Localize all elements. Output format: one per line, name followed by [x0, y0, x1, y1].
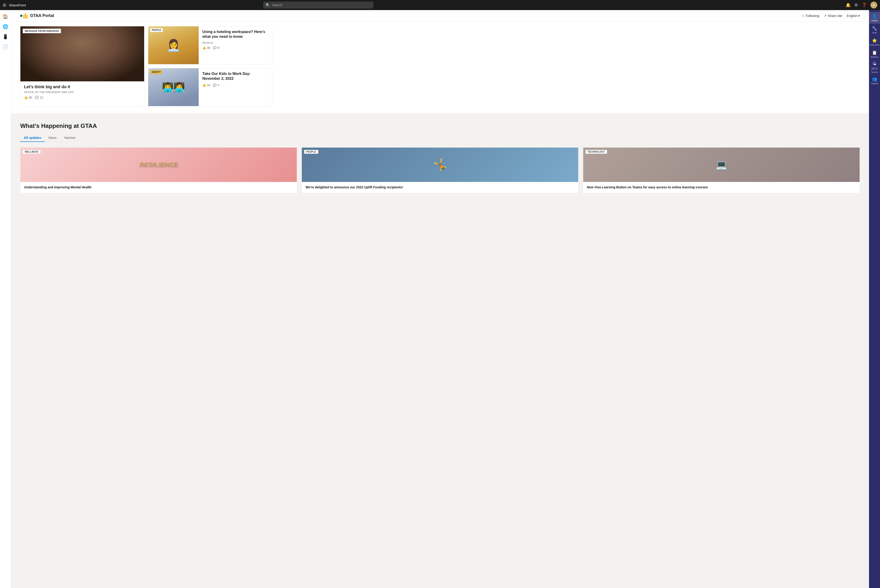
- comments-1: 4: [217, 83, 219, 87]
- hero-main-comments: 💬 12: [35, 96, 43, 99]
- quicklinks-icon: ⭐: [872, 38, 877, 43]
- site-header-actions: ☆ Following ↗ Share site English ▾: [802, 14, 860, 18]
- hero-main-badge: MESSAGE FROM DEBORAH: [23, 28, 61, 33]
- hero-side-card-0[interactable]: 👩‍💼 PEOPLE Using a hoteling workspace? H…: [148, 26, 272, 64]
- hero-side-stats-0: 👍 36 💬 9: [202, 46, 268, 50]
- logo-stripe-2: [25, 13, 26, 18]
- sidebar-item-apps[interactable]: 📱: [1, 32, 10, 41]
- settings-icon[interactable]: ⚙: [855, 3, 858, 8]
- hero-side-card-1[interactable]: 👨‍💻👩‍💻 SAFETY Take Our Kids to Work Day:…: [148, 68, 272, 106]
- sidebar-item-pages[interactable]: 📄: [1, 42, 10, 51]
- sidebar-item-quicklinks[interactable]: ⭐ Quick links: [869, 36, 880, 48]
- thumbs-up-icon-0: 👍: [202, 46, 206, 50]
- search-input[interactable]: [272, 3, 371, 7]
- laptop-image: 💻: [716, 159, 727, 170]
- resilience-text: RESILIENCE: [139, 161, 178, 168]
- topbar-icons: 🔔 ⚙ ❓ D: [846, 2, 877, 9]
- star-icon: ☆: [802, 14, 805, 18]
- tab-yammer[interactable]: Yammer: [60, 134, 79, 142]
- site-header: GTAA Portal ☆ Following ↗ Share site Eng…: [11, 10, 869, 21]
- comment-icon-1: 💬: [213, 83, 217, 87]
- hero-side-title-1: Take Our Kids to Work Day: November 2, 2…: [202, 72, 268, 81]
- sidebar-item-tools[interactable]: 🔧 Tools: [869, 24, 880, 36]
- news-card-body-2: New Viva Learning Button on Teams for ea…: [583, 182, 860, 193]
- hero-side-comments-1: 💬 4: [213, 83, 219, 87]
- thumbs-up-icon-1: 👍: [202, 83, 206, 87]
- site-logo-area: GTAA Portal: [20, 13, 54, 18]
- people-label: People: [871, 20, 878, 22]
- bulletins-label: Bulletins: [871, 56, 879, 58]
- weather-temp: 29°C: [871, 67, 878, 70]
- news-card-title-0: Understanding and Improving Mental Healt…: [24, 185, 293, 190]
- logo-stripe-3: [27, 15, 28, 18]
- bulletins-icon: 📋: [872, 50, 877, 55]
- news-card-img-1: 🤸 PEOPLE: [302, 148, 578, 182]
- help-icon[interactable]: ❓: [862, 3, 867, 8]
- sidebar-item-support[interactable]: 👥 Support: [869, 75, 880, 86]
- news-card-body-0: Understanding and Improving Mental Healt…: [20, 182, 297, 193]
- app-name: SharePoint: [9, 3, 26, 7]
- side-card-0-tag: PEOPLE: [150, 28, 163, 32]
- news-card-title-2: New Viva Learning Button on Teams for ea…: [587, 185, 856, 190]
- grid-icon[interactable]: ⊞: [3, 3, 6, 8]
- quicklinks-label: Quick links: [870, 44, 880, 46]
- tab-all-updates[interactable]: All updates: [20, 134, 45, 142]
- likes-count: 28: [28, 96, 32, 99]
- hero-side-likes-0: 👍 36: [202, 46, 210, 50]
- support-icon: 👥: [872, 76, 877, 82]
- tabs-row: All updates News Yammer: [20, 134, 860, 142]
- hero-side-content-0: Using a hoteling workspace? Here's what …: [199, 26, 272, 64]
- comment-icon: 💬: [35, 96, 39, 99]
- sidebar-item-people[interactable]: 👤 People: [869, 12, 880, 24]
- hero-side-comments-0: 💬 9: [213, 46, 219, 50]
- logo-stripes: [23, 13, 28, 18]
- comment-icon-0: 💬: [213, 46, 217, 50]
- sidebar-item-globe[interactable]: 🌐: [1, 22, 10, 31]
- notification-icon[interactable]: 🔔: [846, 3, 851, 8]
- whats-happening-section: What's Happening at GTAA All updates New…: [11, 113, 869, 200]
- news-card-2[interactable]: 💻 TECHNOLOGY New Viva Learning Button on…: [583, 147, 860, 193]
- search-bar[interactable]: 🔍: [263, 2, 373, 9]
- site-title: GTAA Portal: [30, 13, 54, 18]
- comments-0: 9: [217, 46, 219, 50]
- hero-side-image-0: 👩‍💼 PEOPLE: [148, 26, 199, 64]
- comments-count: 12: [40, 96, 43, 99]
- sidebar-item-home[interactable]: 🏠: [1, 12, 10, 21]
- news-card-img-2: 💻 TECHNOLOGY: [583, 148, 860, 182]
- tools-label: Tools: [872, 32, 877, 34]
- hero-main-card[interactable]: MESSAGE FROM DEBORAH Let's think big and…: [20, 26, 144, 106]
- hero-grid: MESSAGE FROM DEBORAH Let's think big and…: [20, 26, 272, 106]
- tools-icon: 🔧: [872, 26, 877, 31]
- likes-0: 36: [207, 46, 210, 50]
- hero-side-category-0: PEOPLE: [202, 42, 268, 44]
- search-icon: 🔍: [265, 3, 270, 8]
- avatar[interactable]: D: [870, 2, 877, 9]
- sidebar-item-bulletins[interactable]: 📋 Bulletins: [869, 48, 880, 60]
- share-site-button[interactable]: ↗ Share site: [824, 14, 842, 18]
- hero-side-image-1: 👨‍💻👩‍💻 SAFETY: [148, 68, 199, 106]
- main-content: GTAA Portal ☆ Following ↗ Share site Eng…: [11, 10, 869, 200]
- hero-main-title: Let's think big and do it: [24, 84, 141, 89]
- left-sidebar: 🏠 🌐 📱 📄: [0, 10, 11, 200]
- language-selector[interactable]: English ▾: [847, 14, 860, 18]
- portrait-image: [20, 26, 144, 81]
- news-card-tag-1: PEOPLE: [304, 150, 318, 154]
- support-label: Support: [871, 82, 878, 84]
- chevron-down-icon: ▾: [858, 14, 860, 18]
- news-card-0[interactable]: RESILIENCE WELLNESS Understanding and Im…: [20, 147, 297, 193]
- news-card-1[interactable]: 🤸 PEOPLE We're delighted to announce our…: [301, 147, 579, 193]
- tab-news[interactable]: News: [45, 134, 60, 142]
- weather-city: Toronto: [871, 71, 878, 74]
- following-button[interactable]: ☆ Following: [802, 14, 819, 18]
- news-card-tag-0: WELLNESS: [23, 150, 40, 154]
- logo-stripe-1: [23, 14, 24, 18]
- english-label: English: [847, 14, 857, 18]
- side-card-1-tag: SAFETY: [150, 70, 162, 74]
- sidebar-item-weather[interactable]: 🌤 29°C Toronto: [869, 60, 880, 74]
- thumbs-up-icon: 👍: [24, 96, 28, 99]
- following-label: Following: [806, 14, 819, 18]
- hero-main-likes: 👍 28: [24, 96, 32, 99]
- hero-side-content-1: Take Our Kids to Work Day: November 2, 2…: [199, 68, 272, 106]
- hero-side-title-0: Using a hoteling workspace? Here's what …: [202, 30, 268, 39]
- hero-side-likes-1: 👍 18: [202, 83, 210, 87]
